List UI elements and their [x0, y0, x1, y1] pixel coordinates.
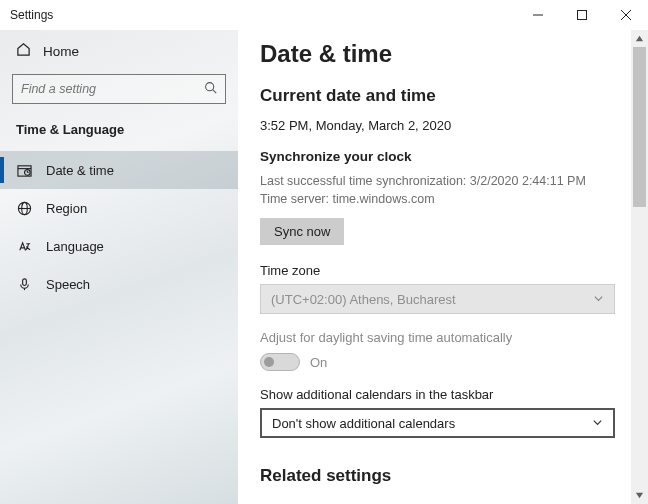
- window-title: Settings: [10, 8, 53, 22]
- search-icon: [204, 80, 217, 98]
- settings-window: Settings Home: [0, 0, 648, 504]
- sidebar-item-date-time[interactable]: Date & time: [0, 151, 238, 189]
- timezone-value: (UTC+02:00) Athens, Bucharest: [271, 292, 456, 307]
- calendars-label: Show additional calendars in the taskbar: [260, 387, 615, 402]
- svg-marker-17: [636, 493, 643, 498]
- calendars-dropdown[interactable]: Don't show additional calendars: [260, 408, 615, 438]
- related-settings-heading: Related settings: [260, 466, 615, 486]
- search-input[interactable]: [21, 82, 201, 96]
- dst-state: On: [310, 355, 327, 370]
- minimize-button[interactable]: [516, 0, 560, 30]
- scroll-up-button[interactable]: [631, 30, 648, 47]
- vertical-scrollbar[interactable]: [631, 30, 648, 504]
- home-icon: [16, 42, 31, 60]
- sidebar-item-label: Date & time: [46, 163, 114, 178]
- page-title: Date & time: [260, 40, 615, 68]
- clock-icon: [16, 163, 32, 178]
- dst-label: Adjust for daylight saving time automati…: [260, 330, 615, 345]
- chevron-down-icon: [592, 416, 603, 431]
- sync-last: Last successful time synchronization: 3/…: [260, 172, 615, 190]
- window-controls: [516, 0, 648, 30]
- svg-rect-1: [578, 11, 587, 20]
- sidebar: Home Time & Language Date & time Region: [0, 30, 238, 504]
- svg-line-5: [213, 90, 216, 93]
- svg-point-4: [206, 83, 214, 91]
- titlebar: Settings: [0, 0, 648, 30]
- sidebar-item-speech[interactable]: Speech: [0, 265, 238, 303]
- chevron-down-icon: [593, 292, 604, 307]
- current-datetime-value: 3:52 PM, Monday, March 2, 2020: [260, 118, 615, 133]
- section-current: Current date and time: [260, 86, 615, 106]
- sidebar-item-language[interactable]: Language: [0, 227, 238, 265]
- home-label: Home: [43, 44, 79, 59]
- search-box[interactable]: [12, 74, 226, 104]
- sidebar-item-label: Region: [46, 201, 87, 216]
- timezone-dropdown[interactable]: (UTC+02:00) Athens, Bucharest: [260, 284, 615, 314]
- sync-heading: Synchronize your clock: [260, 149, 615, 164]
- sidebar-item-region[interactable]: Region: [0, 189, 238, 227]
- content-area: Date & time Current date and time 3:52 P…: [238, 30, 631, 504]
- calendars-value: Don't show additional calendars: [272, 416, 455, 431]
- close-button[interactable]: [604, 0, 648, 30]
- sync-now-button[interactable]: Sync now: [260, 218, 344, 245]
- svg-rect-14: [22, 278, 26, 285]
- language-icon: [16, 239, 32, 254]
- scroll-thumb[interactable]: [633, 47, 646, 207]
- sidebar-item-label: Speech: [46, 277, 90, 292]
- svg-marker-16: [636, 36, 643, 41]
- timezone-label: Time zone: [260, 263, 615, 278]
- globe-icon: [16, 201, 32, 216]
- category-label: Time & Language: [0, 118, 238, 151]
- sync-server: Time server: time.windows.com: [260, 190, 615, 208]
- scroll-down-button[interactable]: [631, 487, 648, 504]
- home-nav[interactable]: Home: [0, 36, 238, 74]
- mic-icon: [16, 277, 32, 292]
- sidebar-item-label: Language: [46, 239, 104, 254]
- dst-toggle[interactable]: [260, 353, 300, 371]
- maximize-button[interactable]: [560, 0, 604, 30]
